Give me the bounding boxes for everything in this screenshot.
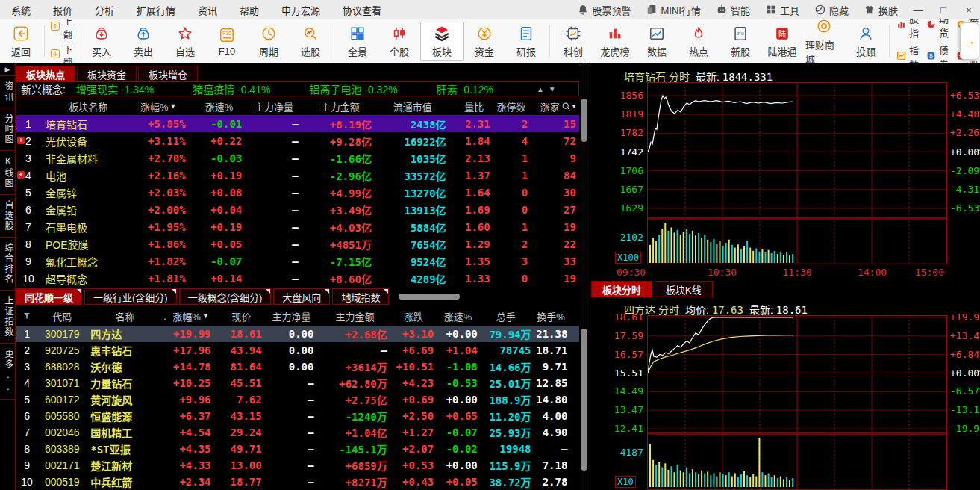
menu-item[interactable]: 扩展行情 (125, 3, 187, 17)
menu-tool-skin[interactable]: 换肤 (858, 3, 904, 17)
stock-row[interactable]: 9002171楚江新材+4.3313.00–+6859万+0.53+0.0011… (16, 457, 579, 474)
sector-row[interactable]: +4电池+2.16%+0.19–-2.96亿33572亿1.37184 (16, 167, 579, 184)
menu-tool-bell[interactable]: 股票预警 (571, 3, 637, 17)
concept-item[interactable]: 猪瘟疫情 -0.41% (193, 81, 270, 96)
menu-item[interactable]: 协议查看 (331, 3, 393, 17)
sector-row[interactable]: 1培育钻石+5.85%-0.01–+8.19亿2438亿2.31215 (16, 115, 579, 132)
sector-row[interactable]: 5金属锌+2.03%+0.08–+4.99亿13270亿1.64030 (16, 184, 579, 201)
stock-row[interactable]: 3688028沃尔德+14.7881.640.00+3614万+10.51-1.… (16, 359, 579, 375)
search-icon[interactable] (561, 102, 571, 111)
stock-row[interactable]: 4301071力量钻石+10.2545.51–+62.80万+4.23-0.53… (16, 375, 579, 391)
column-header[interactable]: 板块名称 (41, 99, 131, 114)
concept-item[interactable]: 肝素 -0.12% (437, 81, 493, 96)
toolbar-buy-bag[interactable]: 买入 (81, 22, 122, 60)
sector-row[interactable]: 9氟化工概念+1.82%-0.07–-7.15亿9524亿1.35333 (16, 252, 579, 270)
sidebar-item[interactable]: 更多.. (0, 344, 15, 400)
toolbar-kc-chip[interactable]: 科创 (552, 22, 594, 60)
tab-板块K线[interactable]: 板块K线 (655, 281, 713, 297)
toolbar-back[interactable]: 返回 (0, 22, 42, 60)
sector-row[interactable]: +2光伏设备+3.11%+0.22–+9.28亿16922亿1.84472 (16, 132, 579, 149)
column-header[interactable]: 涨速% (438, 309, 481, 323)
scroll-up-icon[interactable]: ▲ (537, 85, 544, 93)
column-header[interactable]: . (160, 311, 171, 322)
column-header[interactable]: 涨幅%▼ (131, 99, 196, 114)
sector-row[interactable]: 3非金属材料+2.70%-0.03–-1.66亿1035亿2.1319 (16, 149, 579, 167)
maximize-button[interactable]: □ (932, 4, 955, 16)
column-header[interactable]: 换手% (534, 309, 574, 323)
column-header[interactable]: 主力净量 (269, 309, 323, 323)
sidebar-item[interactable]: K线图 (0, 151, 15, 195)
collapse-icon[interactable]: ▶ (0, 63, 15, 76)
sector-row[interactable]: 7石墨电极+1.95%+0.19–+4.03亿5884亿1.60119 (16, 218, 579, 235)
funnel-icon[interactable] (16, 311, 38, 320)
sidebar-item[interactable]: 综合排名 (0, 238, 15, 291)
column-header[interactable]: 主力净量 (249, 99, 308, 114)
column-header[interactable]: 总手 (481, 309, 534, 323)
column-header[interactable]: 涨幅%▼ (171, 309, 222, 323)
tab-板块热点[interactable]: 板块热点 (16, 66, 75, 81)
column-header[interactable]: 涨家▾ (540, 99, 579, 114)
stock-row[interactable]: 8603389*ST亚振+4.3549.71–-145.1万+2.07-0.02… (16, 441, 579, 457)
quick-link-bond[interactable]: B债券 (926, 43, 949, 63)
column-header[interactable]: 涨跌 (393, 309, 438, 323)
toolbar-data-chart[interactable]: 数据 (636, 22, 678, 60)
subtab-一级行业(含细分)[interactable]: 一级行业(含细分) (84, 288, 177, 305)
toolbar-panorama[interactable]: 全景 (337, 22, 378, 60)
menu-item[interactable]: 资讯 (187, 3, 228, 17)
column-header[interactable]: 代码 (38, 309, 86, 323)
tab-板块分时[interactable]: 板块分时 (591, 281, 652, 297)
subtab-一级概念(含细分)[interactable]: 一级概念(含细分) (179, 288, 272, 305)
concept-item[interactable]: 铝离子电池 -0.32% (309, 81, 397, 96)
close-button[interactable]: × (958, 4, 980, 16)
toolbar-period-clock[interactable]: 周期 (248, 22, 290, 60)
stock-row[interactable]: 1300179四方达+19.9918.610.00+2.68亿+3.10+0.0… (16, 326, 579, 342)
quick-link-bars[interactable]: 股指 (896, 19, 919, 40)
sector-row[interactable]: 8POE胶膜+1.86%+0.05–+4851万7654亿1.29222 (16, 235, 579, 252)
toolbar-lhb-bars[interactable]: 龙虎榜 (594, 22, 636, 60)
toolbar-f10[interactable]: F10F10 (206, 24, 248, 58)
menu-tool-tools-grid[interactable]: 工具 (759, 3, 805, 17)
toolbar-sector[interactable]: 板块 (420, 22, 464, 61)
column-header[interactable]: 涨速% (196, 99, 250, 114)
horizontal-scrollbar-thumb[interactable] (399, 294, 460, 300)
subtab-同花顺一级[interactable]: 同花顺一级 (16, 288, 82, 305)
menu-item[interactable]: 报价 (42, 3, 84, 17)
menu-item[interactable]: 申万宏源 (270, 3, 331, 17)
stock-row[interactable]: 7002046国机精工+4.5429.24–+1.04亿+1.27-0.0725… (16, 424, 579, 441)
toolbar-ipo[interactable]: IPO新股 (720, 22, 761, 60)
sidebar-item[interactable]: 自选股 (0, 195, 15, 238)
toolbar-mall[interactable]: 理财商城 (803, 19, 845, 63)
menu-item[interactable]: 帮助 (228, 3, 270, 17)
toolbar-hot-flame[interactable]: 热点 (678, 22, 720, 60)
toolbar-fund-yen[interactable]: 资金 (464, 22, 505, 60)
toolbar-expand-button[interactable]: → (960, 22, 979, 60)
toolbar-advisor[interactable]: 投顾 (845, 22, 887, 60)
toolbar-report[interactable]: 研报 (505, 22, 547, 60)
sidebar-item[interactable]: 资讯 (0, 76, 15, 108)
column-header[interactable]: 名称 (86, 309, 159, 323)
menu-tool-mini-window[interactable]: MINI行情 (640, 3, 706, 17)
scroll-down-icon[interactable]: ▼ (549, 85, 556, 93)
sidebar-item[interactable]: 分时图 (0, 108, 15, 151)
toolbar-page-down[interactable]: 下翻 (50, 43, 72, 64)
sidebar-item[interactable]: 上证指数 (0, 291, 15, 344)
quick-link-line[interactable]: 指数 (896, 43, 919, 63)
menu-item[interactable]: 系统 (0, 3, 42, 17)
dropdown-caret-icon[interactable]: ▾ (572, 102, 576, 110)
sector-row[interactable]: 10超导概念+1.81%+0.14–+8.60亿4289亿1.33019 (16, 270, 579, 287)
toolbar-sell-bag[interactable]: 卖出 (122, 22, 164, 60)
tab-板块增仓[interactable]: 板块增仓 (138, 66, 198, 81)
minimize-button[interactable]: — (907, 4, 929, 16)
column-header[interactable]: 主力金额 (309, 99, 379, 114)
concept-item[interactable]: 增强现实 -1.34% (76, 81, 154, 96)
toolbar-fav-star[interactable]: 自选 (164, 22, 206, 60)
stock-row[interactable]: 6605580恒盛能源+6.3743.15–-1240万+2.50+0.6511… (16, 408, 579, 424)
toolbar-pick-stock[interactable]: 选股 (290, 22, 331, 60)
menu-tool-hide[interactable]: 隐藏 (808, 3, 855, 17)
quick-link-pie[interactable]: 期货 (926, 19, 949, 40)
sector-row[interactable]: 6金属铅+2.00%+0.04–+3.49亿13913亿1.69027 (16, 201, 579, 218)
toolbar-page-up[interactable]: 上翻 (50, 19, 72, 40)
column-header[interactable]: 主力金额 (322, 309, 393, 323)
stock-row[interactable]: 10000519中兵红箭+2.3418.77–+8271万+0.43+0.053… (16, 474, 579, 490)
column-header[interactable]: 现价 (222, 309, 269, 323)
